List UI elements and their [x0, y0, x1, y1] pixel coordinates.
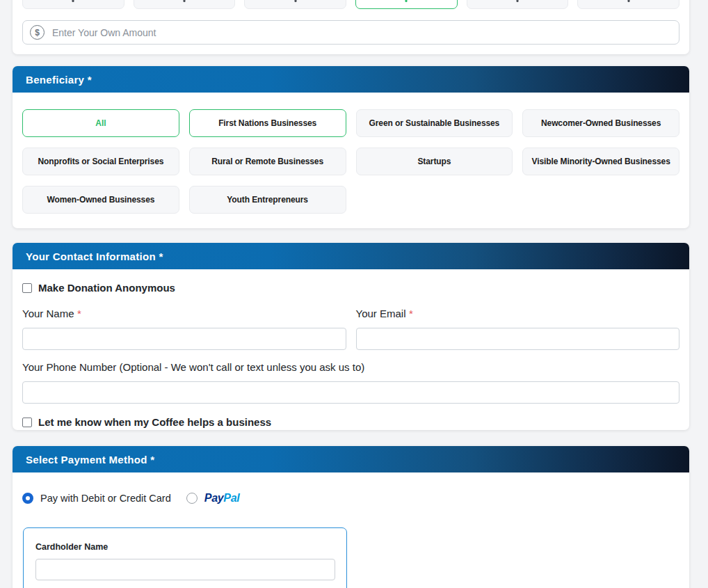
- amount-section-card: $: [13, 0, 689, 54]
- credit-card-details-box: Cardholder Name: [23, 527, 347, 588]
- amount-preset-text-fragment: [184, 0, 186, 2]
- beneficiary-option-nonprofits-or-social-enterprises[interactable]: Nonprofits or Social Enterprises: [22, 148, 179, 175]
- paypal-logo-pal: Pal: [223, 492, 239, 504]
- beneficiary-option-youth-entrepreneurs[interactable]: Youth Entrepreneurs: [189, 186, 346, 214]
- beneficiary-section-card: Beneficiary * AllFirst Nations Businesse…: [13, 66, 689, 228]
- beneficiary-option-visible-minority-owned-businesses[interactable]: Visible Minority-Owned Businesses: [522, 148, 679, 175]
- notify-checkbox-row: Let me know when my Coffee helps a busin…: [22, 416, 679, 428]
- cardholder-name-input[interactable]: [35, 559, 335, 580]
- amount-preset-button-6[interactable]: [577, 0, 679, 9]
- contact-section-title: Your Contact Information *: [26, 251, 163, 262]
- amount-preset-button-3[interactable]: [244, 0, 346, 9]
- anonymous-checkbox[interactable]: [22, 283, 32, 293]
- beneficiary-option-first-nations-businesses[interactable]: First Nations Businesses: [189, 109, 346, 137]
- amount-preset-text-fragment: [294, 0, 296, 2]
- contact-body: Make Donation Anonymous Your Name * Your…: [13, 269, 689, 428]
- amount-preset-button-4[interactable]: [355, 0, 458, 9]
- beneficiary-section-title: Beneficiary *: [26, 74, 92, 86]
- credit-card-radio[interactable]: [22, 493, 33, 504]
- dollar-circle-icon: $: [30, 25, 45, 40]
- amount-preset-text-fragment: [405, 0, 408, 2]
- phone-field-block: Your Phone Number (Optional - We won't c…: [22, 361, 679, 404]
- beneficiary-options: AllFirst Nations BusinessesGreen or Sust…: [13, 93, 689, 225]
- amount-preset-button-5[interactable]: [467, 0, 569, 9]
- cardholder-name-label: Cardholder Name: [35, 542, 346, 552]
- amount-presets: [22, 0, 679, 9]
- phone-label: Your Phone Number (Optional - We won't c…: [22, 361, 364, 373]
- beneficiary-option-green-or-sustainable-businesses[interactable]: Green or Sustainable Businesses: [356, 109, 513, 137]
- own-amount-input[interactable]: [22, 20, 679, 45]
- amount-preset-text-fragment: [627, 0, 629, 2]
- payment-body: Pay with Debit or Credit Card PayPal: [13, 472, 689, 504]
- paypal-logo-pay: Pay: [204, 492, 224, 504]
- name-email-grid: Your Name * Your Email *: [22, 308, 679, 350]
- beneficiary-option-newcomer-owned-businesses[interactable]: Newcomer-Owned Businesses: [522, 109, 679, 137]
- payment-section-title: Select Payment Method *: [26, 454, 154, 466]
- beneficiary-option-rural-or-remote-businesses[interactable]: Rural or Remote Businesses: [189, 148, 346, 175]
- own-amount-field-wrap: $: [22, 20, 679, 45]
- email-input[interactable]: [356, 328, 680, 350]
- payment-section-card: Select Payment Method * Pay with Debit o…: [13, 446, 689, 588]
- contact-section-header: Your Contact Information *: [13, 243, 689, 269]
- email-required-mark: *: [409, 308, 413, 319]
- amount-preset-button-1[interactable]: [22, 0, 124, 9]
- donation-form-page: $ Beneficiary * AllFirst Nations Busines…: [0, 0, 708, 588]
- beneficiary-option-startups[interactable]: Startups: [356, 148, 513, 175]
- contact-section-card: Your Contact Information * Make Donation…: [13, 243, 689, 430]
- amount-preset-text-fragment: [72, 0, 74, 2]
- amount-preset-button-2[interactable]: [134, 0, 236, 9]
- credit-card-radio-label: Pay with Debit or Credit Card: [40, 493, 171, 504]
- name-label: Your Name: [22, 308, 74, 319]
- notify-checkbox-label: Let me know when my Coffee helps a busin…: [38, 416, 271, 428]
- email-label: Your Email: [356, 308, 406, 319]
- anonymous-checkbox-row: Make Donation Anonymous: [22, 282, 679, 294]
- paypal-logo[interactable]: PayPal: [204, 492, 240, 504]
- name-input[interactable]: [22, 328, 346, 350]
- beneficiary-option-women-owned-businesses[interactable]: Women-Owned Businesses: [22, 186, 179, 214]
- beneficiary-option-all[interactable]: All: [22, 109, 179, 137]
- amount-preset-text-fragment: [517, 0, 519, 2]
- notify-checkbox[interactable]: [22, 418, 32, 427]
- anonymous-checkbox-label: Make Donation Anonymous: [38, 282, 175, 294]
- phone-input[interactable]: [22, 381, 679, 404]
- name-field-block: Your Name *: [22, 308, 346, 350]
- beneficiary-section-header: Beneficiary *: [13, 66, 689, 93]
- email-field-block: Your Email *: [356, 308, 680, 350]
- name-required-mark: *: [77, 308, 81, 319]
- paypal-radio[interactable]: [186, 493, 198, 504]
- payment-section-header: Select Payment Method *: [13, 446, 689, 472]
- payment-method-radio-row: Pay with Debit or Credit Card PayPal: [22, 492, 679, 504]
